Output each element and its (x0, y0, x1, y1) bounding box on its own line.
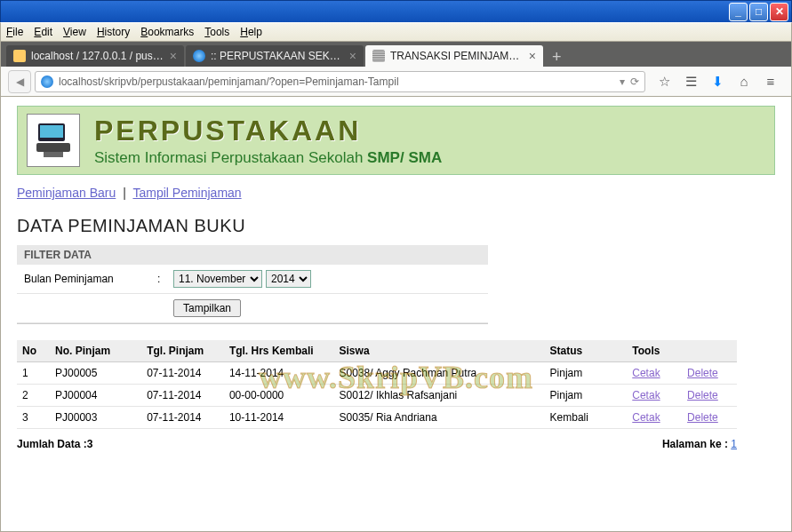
link-tampil-peminjaman[interactable]: Tampil Peminjaman (132, 186, 241, 200)
col-tgl-pinjam: Tgl. Pinjam (141, 340, 224, 362)
browser-tab-2[interactable]: TRANSAKSI PEMINJAMAN× (365, 45, 543, 67)
cell-nop: PJ00003 (50, 407, 141, 429)
new-tab-button[interactable]: + (545, 48, 569, 67)
delete-link[interactable]: Delete (687, 367, 718, 379)
close-tab-icon[interactable]: × (349, 49, 356, 63)
home-icon[interactable]: ⌂ (735, 74, 753, 89)
app-header: PERPUSTAKAAN Sistem Informasi Perpustaka… (17, 106, 775, 175)
browser-tab-1[interactable]: :: PERPUSTAKAAN SEKOLAH - Sist...× (186, 45, 364, 67)
tab-label: localhost / 127.0.0.1 / pustak... (31, 50, 164, 62)
favicon (372, 50, 385, 62)
cell-hrs: 10-11-2014 (224, 407, 334, 429)
table-row: 1PJ0000507-11-201414-11-2014S0038/ Aggy … (17, 362, 737, 385)
menu-help[interactable]: Help (240, 26, 262, 38)
cell-no: 3 (17, 407, 50, 429)
filter-box: FILTER DATA Bulan Peminjaman : 11. Novem… (17, 245, 488, 324)
col-tools: Tools (627, 340, 682, 362)
list-icon[interactable]: ☰ (682, 74, 700, 90)
link-peminjaman-baru[interactable]: Peminjaman Baru (17, 186, 116, 200)
download-icon[interactable]: ⬇ (708, 74, 726, 90)
cell-tgl: 07-11-2014 (141, 362, 224, 385)
browser-menubar: FileEditViewHistoryBookmarksToolsHelp (0, 22, 792, 42)
menu-file[interactable]: File (6, 26, 23, 38)
url-history-dropdown-icon[interactable]: ▾ (620, 75, 625, 88)
cell-siswa: S0038/ Aggy Rachman Putra (334, 362, 545, 385)
year-select[interactable]: 2014 (266, 270, 311, 288)
action-links: Peminjaman Baru | Tampil Peminjaman (17, 186, 775, 200)
close-tab-icon[interactable]: × (529, 49, 536, 63)
menu-tools[interactable]: Tools (204, 26, 229, 38)
col-siswa: Siswa (334, 340, 545, 362)
menu-icon[interactable]: ≡ (762, 74, 780, 89)
window-maximize-button[interactable]: □ (749, 3, 768, 21)
count-value: 3 (87, 438, 93, 450)
app-logo (27, 114, 80, 167)
cell-status: Pinjam (545, 385, 628, 407)
svg-rect-1 (40, 125, 63, 138)
filter-header: FILTER DATA (17, 245, 488, 265)
col-tools2 (682, 340, 737, 362)
col-no: No (17, 340, 50, 362)
cell-hrs: 14-11-2014 (224, 362, 334, 385)
browser-tabstrip: localhost / 127.0.0.1 / pustak...×:: PER… (0, 42, 792, 67)
cell-no: 2 (17, 385, 50, 407)
window-minimize-button[interactable]: _ (729, 3, 748, 21)
col-tgl-hrs-kembali: Tgl. Hrs Kembali (224, 340, 334, 362)
cell-nop: PJ00005 (50, 362, 141, 385)
table-row: 3PJ0000307-11-201410-11-2014S0035/ Ria A… (17, 407, 737, 429)
count-label: Jumlah Data : (17, 438, 87, 450)
col-no-pinjam: No. Pinjam (50, 340, 141, 362)
delete-link[interactable]: Delete (687, 389, 718, 401)
cell-hrs: 00-00-0000 (224, 385, 334, 407)
delete-link[interactable]: Delete (687, 411, 718, 424)
cell-tgl: 07-11-2014 (141, 385, 224, 407)
cell-nop: PJ00004 (50, 385, 141, 407)
cell-siswa: S0035/ Ria Andriana (334, 407, 545, 429)
reload-icon[interactable]: ⟳ (630, 75, 639, 88)
app-subtitle: Sistem Informasi Perpustakaan Sekolah SM… (94, 149, 442, 167)
menu-view[interactable]: View (63, 26, 86, 38)
back-button[interactable]: ◀ (8, 70, 31, 93)
page-link[interactable]: 1 (731, 438, 737, 450)
col-status: Status (545, 340, 628, 362)
cell-no: 1 (17, 362, 50, 385)
cetak-link[interactable]: Cetak (632, 389, 660, 401)
table-row: 2PJ0000407-11-201400-00-0000S0012/ Ikhla… (17, 385, 737, 407)
page-label: Halaman ke : (662, 438, 731, 450)
cetak-link[interactable]: Cetak (632, 367, 660, 379)
close-tab-icon[interactable]: × (170, 49, 177, 63)
site-identity-icon (41, 75, 53, 88)
cetak-link[interactable]: Cetak (632, 411, 660, 424)
tab-label: TRANSAKSI PEMINJAMAN (390, 50, 524, 62)
tab-label: :: PERPUSTAKAAN SEKOLAH - Sist... (211, 50, 344, 62)
data-table: NoNo. PinjamTgl. PinjamTgl. Hrs KembaliS… (17, 340, 737, 429)
cell-status: Kembali (545, 407, 628, 429)
browser-tab-0[interactable]: localhost / 127.0.0.1 / pustak...× (6, 45, 184, 67)
url-bar[interactable]: ▾ ⟳ (35, 71, 645, 92)
menu-bookmarks[interactable]: Bookmarks (140, 26, 194, 38)
filter-label-month: Bulan Peminjaman (24, 273, 157, 285)
menu-history[interactable]: History (97, 26, 130, 38)
svg-rect-2 (36, 143, 70, 152)
cell-siswa: S0012/ Ikhlas Rafsanjani (334, 385, 545, 407)
menu-edit[interactable]: Edit (34, 26, 52, 38)
favicon (13, 50, 26, 62)
window-close-button[interactable]: ✕ (770, 3, 788, 21)
month-select[interactable]: 11. November (173, 270, 262, 288)
svg-rect-3 (44, 152, 63, 157)
table-footer: Jumlah Data :3 Halaman ke : 1 (17, 438, 737, 450)
cell-status: Pinjam (545, 362, 628, 385)
window-titlebar: _ □ ✕ (0, 0, 792, 22)
page-content: PERPUSTAKAAN Sistem Informasi Perpustaka… (0, 97, 792, 532)
app-title: PERPUSTAKAAN (94, 115, 442, 147)
cell-tgl: 07-11-2014 (141, 407, 224, 429)
url-input[interactable] (59, 75, 616, 88)
tampilkan-button[interactable]: Tampilkan (173, 299, 241, 317)
star-icon[interactable]: ☆ (655, 74, 673, 90)
section-title: DATA PEMINJAMAN BUKU (17, 216, 775, 236)
favicon (193, 50, 205, 62)
browser-toolbar: ◀ ▾ ⟳ ☆ ☰ ⬇ ⌂ ≡ (0, 67, 792, 97)
